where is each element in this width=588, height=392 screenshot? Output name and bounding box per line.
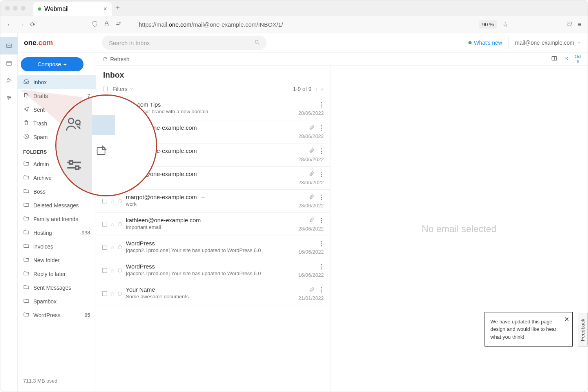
url-field[interactable]: https://mail.one.com/mail@one-example.co… [139, 21, 474, 28]
window-controls[interactable] [5, 6, 25, 11]
sidebar-item-inbox[interactable]: Inbox [18, 75, 96, 89]
svg-point-9 [8, 98, 9, 100]
folder-item[interactable]: invoices [18, 240, 96, 253]
search-input[interactable]: Search in Inbox [102, 36, 267, 50]
message-menu-button[interactable]: ⋮ [318, 263, 324, 270]
svg-rect-4 [7, 61, 11, 65]
message-menu-button[interactable]: ⋮ [318, 286, 324, 294]
folder-item[interactable]: Reply to later [18, 267, 96, 281]
layout-toggle[interactable] [551, 55, 557, 63]
message-menu-button[interactable]: ⋮ [318, 124, 324, 132]
message-menu-button[interactable]: ⋮ [318, 147, 324, 155]
unread-dot-icon[interactable] [118, 199, 122, 203]
forward-button[interactable]: → [18, 21, 25, 28]
rail-contacts[interactable] [0, 72, 18, 89]
message-menu-button[interactable]: ⋮ [318, 217, 324, 224]
bookmark-star-icon[interactable]: ☆ [503, 21, 508, 28]
collapse-button[interactable] [563, 55, 569, 63]
folder-item[interactable]: Deleted Messages [18, 198, 96, 212]
feedback-popup: ✕ We have updated this page design and w… [485, 312, 573, 347]
unread-dot-icon[interactable] [118, 245, 122, 249]
folder-icon [23, 298, 29, 305]
message-menu-button[interactable]: ⋮ [318, 194, 324, 201]
message-checkbox[interactable] [102, 268, 107, 273]
filters-button[interactable]: Filters [113, 86, 134, 92]
refresh-button[interactable]: Refresh [102, 56, 129, 62]
reload-button[interactable]: ⟳ [30, 21, 35, 28]
whats-new-link[interactable]: What's new [468, 40, 502, 46]
back-button[interactable]: ← [7, 21, 13, 28]
folder-icon [23, 201, 29, 209]
folder-icon [23, 229, 29, 236]
message-from: margot@one-example.com → [126, 194, 285, 200]
folder-icon [23, 284, 29, 291]
folder-item[interactable]: Hosting938 [18, 226, 96, 240]
message-menu-button[interactable]: ⋮ [318, 240, 324, 247]
message-checkbox[interactable] [102, 199, 107, 203]
account-menu[interactable]: mail@one-example.com [515, 40, 581, 46]
folder-item[interactable]: Family and friends [18, 212, 96, 226]
select-all-checkbox[interactable] [103, 87, 108, 91]
browser-tab[interactable]: Webmail × [33, 2, 112, 16]
star-icon[interactable]: ☆ [110, 245, 115, 250]
list-toolbar: Refresh Oct6 [96, 53, 588, 66]
plus-icon: + [64, 61, 67, 67]
zoom-indicator[interactable]: 90 % [479, 20, 497, 29]
search-icon[interactable] [254, 39, 260, 47]
folder-item[interactable]: Spambox [18, 294, 96, 308]
paging-text: 1-9 of 9 [293, 86, 311, 92]
unread-dot-icon[interactable] [118, 292, 122, 296]
svg-rect-17 [76, 166, 79, 169]
star-icon[interactable]: ☆ [110, 291, 115, 297]
message-row[interactable]: ☆ margot@one-example.com → work ⋮ 28/06/… [96, 190, 330, 213]
svg-rect-16 [70, 161, 73, 164]
star-icon[interactable]: ☆ [110, 268, 115, 274]
svg-point-10 [255, 40, 258, 43]
rail-mail[interactable] [0, 37, 18, 54]
browser-titlebar: Webmail × + [0, 0, 588, 16]
rail-calendar[interactable] [0, 54, 18, 72]
close-icon[interactable]: ✕ [564, 315, 569, 324]
feedback-text: We have updated this page design and wou… [490, 319, 556, 340]
message-row[interactable]: ☆ Your Name Some awesome documents ⋮ 21/… [96, 282, 330, 305]
list-title: Inbox [103, 71, 323, 80]
star-icon[interactable]: ☆ [110, 221, 115, 227]
message-row[interactable]: ☆ kathleen@one-example.com Important ema… [96, 213, 330, 236]
unread-dot-icon[interactable] [118, 222, 122, 226]
date-indicator[interactable]: Oct6 [575, 54, 581, 64]
message-menu-button[interactable]: ⋮ [318, 101, 324, 109]
message-from: kathleen@one-example.com [126, 217, 285, 223]
message-menu-button[interactable]: ⋮ [318, 171, 324, 178]
folder-item[interactable]: WordPress85 [18, 308, 96, 322]
folder-item[interactable]: Sent Messages [18, 281, 96, 294]
feedback-tab[interactable]: Feedback [578, 313, 588, 347]
next-page-button[interactable]: › [321, 86, 323, 92]
message-checkbox[interactable] [102, 291, 107, 296]
status-dot-icon [468, 41, 472, 44]
star-icon[interactable]: ☆ [110, 198, 115, 204]
message-from: Your Name [126, 286, 285, 293]
rail-settings[interactable] [0, 89, 18, 106]
svg-rect-3 [7, 44, 11, 47]
message-date: 21/01/2022 [298, 295, 324, 301]
message-row[interactable]: ☆ WordPress [qacph2.1prod.one] Your site… [96, 259, 330, 282]
tab-close-button[interactable]: × [103, 5, 107, 13]
logo[interactable]: one.com [24, 39, 53, 47]
prev-page-button[interactable]: ‹ [316, 86, 318, 92]
message-subject: work [126, 201, 285, 207]
message-checkbox[interactable] [102, 245, 107, 250]
new-tab-button[interactable]: + [116, 4, 120, 12]
favicon-dot-icon [38, 7, 41, 11]
compose-button[interactable]: Compose+ [21, 57, 83, 71]
pocket-icon[interactable] [566, 21, 572, 29]
permissions-icon[interactable] [115, 21, 122, 29]
unread-dot-icon[interactable] [118, 269, 122, 272]
folder-icon [23, 243, 29, 250]
message-checkbox[interactable] [102, 222, 107, 227]
app-menu-button[interactable]: ≡ [578, 21, 581, 28]
shield-icon[interactable] [92, 21, 98, 29]
browser-toolbar: ← → ⟳ https://mail.one.com/mail@one-exam… [0, 16, 588, 33]
message-row[interactable]: ☆ WordPress [qacph2.1prod.one] Your site… [96, 236, 330, 259]
svg-rect-18 [97, 148, 105, 155]
folder-item[interactable]: New folder [18, 253, 96, 267]
